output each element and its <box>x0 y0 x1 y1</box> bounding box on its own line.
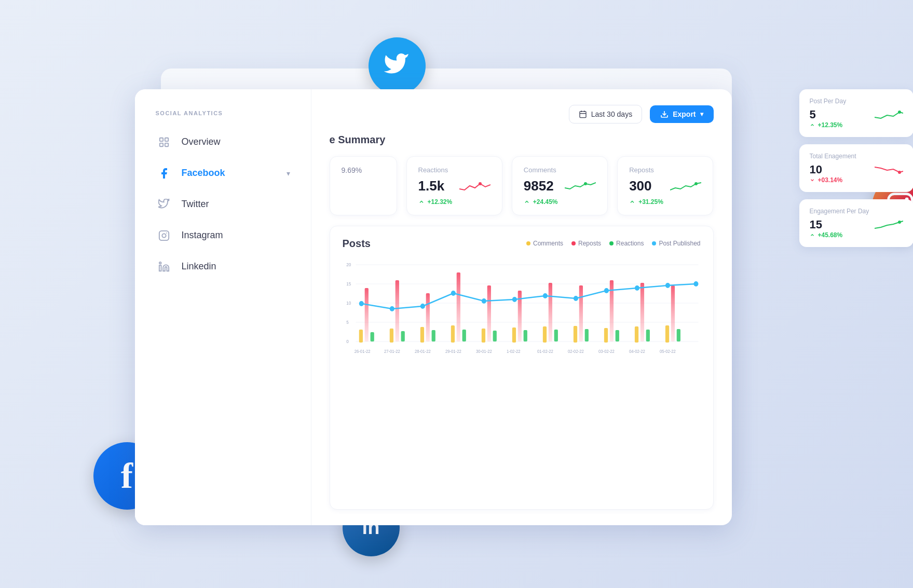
engagement-per-day-value: 15 <box>810 218 822 231</box>
legend-comments: Comments <box>526 240 563 247</box>
svg-text:29-01-22: 29-01-22 <box>445 349 461 353</box>
svg-point-8 <box>162 234 166 237</box>
legend-reposts: Reposts <box>571 240 601 247</box>
svg-point-73 <box>665 283 670 288</box>
svg-rect-32 <box>420 327 424 343</box>
main-card: SOCIAL ANALYTICS Overview <box>135 89 732 525</box>
linkedin-nav-icon <box>156 258 172 275</box>
svg-rect-42 <box>395 280 399 341</box>
sidebar-section-label: SOCIAL ANALYTICS <box>135 110 311 127</box>
legend-dot-reactions <box>609 241 614 245</box>
svg-text:30-01-22: 30-01-22 <box>475 349 492 353</box>
svg-rect-40 <box>665 325 669 343</box>
svg-point-69 <box>542 293 547 298</box>
sidebar: SOCIAL ANALYTICS Overview <box>135 89 311 525</box>
section-title: e Summary <box>330 134 714 146</box>
sidebar-item-overview[interactable]: Overview <box>135 127 311 158</box>
legend-dot-reposts <box>571 241 576 245</box>
svg-rect-61 <box>646 330 649 341</box>
svg-text:04-02-22: 04-02-22 <box>629 349 645 353</box>
svg-point-11 <box>159 262 161 264</box>
svg-text:27-01-22: 27-01-22 <box>384 349 400 353</box>
comments-label: Comments <box>524 166 596 174</box>
svg-text:26-01-22: 26-01-22 <box>354 349 370 353</box>
svg-text:10: 10 <box>346 300 351 305</box>
svg-text:02-02-22: 02-02-22 <box>567 349 583 353</box>
sidebar-facebook-label: Facebook <box>182 168 225 179</box>
content-header: Last 30 days Export ▾ <box>330 105 714 124</box>
stat-card-partial: 9.69% <box>330 156 397 215</box>
svg-text:20: 20 <box>346 262 351 267</box>
svg-point-18 <box>584 182 587 185</box>
sidebar-linkedin-label: Linkedin <box>182 261 216 272</box>
date-filter-label: Last 30 days <box>591 110 632 118</box>
export-button[interactable]: Export ▾ <box>650 105 713 123</box>
sidebar-item-twitter[interactable]: Twitter <box>135 189 311 220</box>
date-filter[interactable]: Last 30 days <box>569 105 642 124</box>
post-per-day-label: Post Per Day <box>810 98 903 105</box>
svg-rect-30 <box>359 330 362 343</box>
svg-point-19 <box>694 182 698 185</box>
svg-point-74 <box>693 281 698 286</box>
svg-rect-60 <box>615 330 619 341</box>
svg-rect-55 <box>462 330 466 341</box>
svg-rect-62 <box>676 329 680 341</box>
legend-dot-post-published <box>652 241 656 245</box>
svg-rect-51 <box>671 285 674 341</box>
comments-value: 9852 <box>524 178 554 194</box>
svg-point-87 <box>898 171 901 174</box>
svg-rect-41 <box>364 288 368 341</box>
svg-point-65 <box>420 304 425 309</box>
svg-rect-12 <box>580 111 586 117</box>
reposts-label: Reposts <box>629 166 701 174</box>
grid-icon <box>156 134 172 151</box>
svg-rect-47 <box>548 283 552 341</box>
legend-dot-comments <box>526 241 530 245</box>
panel-post-per-day: Post Per Day 5 +12.35% <box>799 89 914 137</box>
svg-text:1-02-22: 1-02-22 <box>506 349 520 353</box>
chart-svg: 20 15 10 5 0 <box>343 257 701 371</box>
total-engagement-trend: +03.14% <box>810 176 903 184</box>
svg-rect-59 <box>584 329 588 341</box>
svg-point-88 <box>898 221 901 224</box>
sidebar-item-linkedin[interactable]: Linkedin <box>135 251 311 282</box>
svg-rect-38 <box>604 328 607 343</box>
stat-card-reactions: Reactions 1.5k +12.32% <box>406 156 502 215</box>
svg-point-17 <box>479 182 482 185</box>
svg-text:5: 5 <box>346 319 349 324</box>
facebook-nav-icon <box>156 165 172 182</box>
twitter-float-icon <box>369 37 426 94</box>
svg-rect-39 <box>634 326 638 343</box>
sidebar-item-instagram[interactable]: Instagram <box>135 220 311 251</box>
svg-point-72 <box>634 285 639 291</box>
sidebar-overview-label: Overview <box>182 136 221 147</box>
partial-stat-value: 9.69% <box>342 166 362 174</box>
scene: f in SOCIAL ANALYTICS <box>119 48 794 541</box>
svg-point-70 <box>573 296 578 301</box>
svg-rect-45 <box>487 285 490 341</box>
reactions-value: 1.5k <box>418 178 445 194</box>
svg-point-66 <box>451 291 455 296</box>
svg-text:28-01-22: 28-01-22 <box>414 349 430 353</box>
export-label: Export <box>673 110 696 118</box>
total-engagement-value: 10 <box>810 163 822 176</box>
sidebar-item-facebook[interactable]: Facebook ▾ <box>135 158 311 189</box>
svg-rect-10 <box>159 265 161 271</box>
svg-rect-4 <box>165 138 168 141</box>
post-per-day-trend: +12.35% <box>810 121 903 129</box>
chart-section: Posts Comments Reposts Reactions <box>330 226 714 510</box>
chart-legend: Comments Reposts Reactions Post Pub <box>526 240 700 247</box>
svg-text:0: 0 <box>346 338 349 344</box>
post-per-day-value: 5 <box>810 108 816 121</box>
svg-rect-33 <box>451 325 454 343</box>
svg-rect-5 <box>159 143 162 146</box>
svg-rect-57 <box>523 330 527 341</box>
svg-rect-44 <box>456 272 460 341</box>
total-engagement-label: Total Enagement <box>810 153 903 160</box>
svg-rect-43 <box>426 293 429 341</box>
svg-rect-54 <box>431 330 435 341</box>
svg-rect-56 <box>493 331 496 341</box>
twitter-nav-icon <box>156 196 172 213</box>
legend-label-reposts: Reposts <box>578 240 601 247</box>
engagement-per-day-label: Engagement Per Day <box>810 208 903 215</box>
